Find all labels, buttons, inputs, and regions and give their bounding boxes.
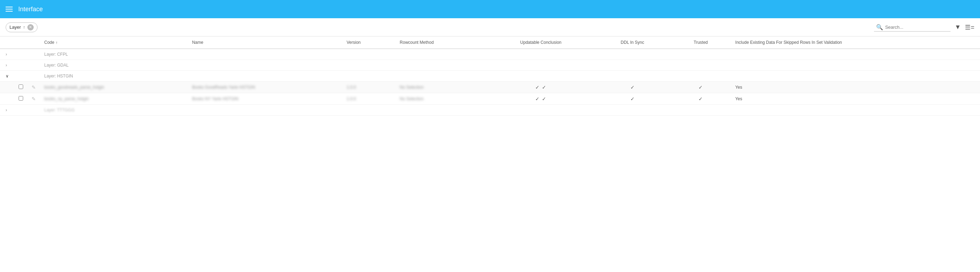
checkbox-row2[interactable] xyxy=(14,93,27,105)
expand-tttggg[interactable]: › xyxy=(0,105,14,115)
col-header-version[interactable]: Version xyxy=(342,36,396,49)
col-header-name[interactable]: Name xyxy=(188,36,342,49)
trusted-row1: ✓ xyxy=(670,82,731,93)
layer-group-tttggg: › Layer: TTTGGG xyxy=(0,105,980,115)
edit-cfpl xyxy=(27,49,40,60)
layer-label-tttggg: Layer: TTTGGG xyxy=(40,105,980,115)
toolbar-right: 🔍 ▼ ☰= xyxy=(874,23,974,32)
layer-label-gdal: Layer: GDAL xyxy=(40,60,980,71)
include-row2: Yes xyxy=(731,93,980,105)
search-icon: 🔍 xyxy=(876,24,883,30)
rowcount-row1: No Selection xyxy=(396,82,487,93)
check2a: ✓ xyxy=(535,96,539,102)
checkbox-cfpl xyxy=(14,49,27,60)
ddl-row2: ✓ xyxy=(595,93,670,105)
chip-close-button[interactable]: ✕ xyxy=(27,24,34,30)
include-row1: Yes xyxy=(731,82,980,93)
layer-group-cfpl: › Layer: CFPL xyxy=(0,49,980,60)
layer-filter-chip[interactable]: Layer ↑ ✕ xyxy=(6,22,38,32)
expand-cfpl[interactable]: › xyxy=(0,49,14,60)
name-row2: Books NY Yarle HSTGIN xyxy=(188,93,342,105)
search-box: 🔍 xyxy=(874,23,950,32)
checkbox-row1[interactable] xyxy=(14,82,27,93)
layer-group-hstgin: ∨ Layer: HSTGIN xyxy=(0,71,980,82)
chip-arrow-icon: ↑ xyxy=(23,25,25,30)
filter-icon[interactable]: ▼ xyxy=(955,24,961,31)
col-header-checkbox xyxy=(14,36,27,49)
search-input[interactable] xyxy=(885,25,948,30)
ddl-row1: ✓ xyxy=(595,82,670,93)
expand-hstgin[interactable]: ∨ xyxy=(0,71,14,82)
edit-row1[interactable]: ✎ xyxy=(27,82,40,93)
version-row1: 1.0.0 xyxy=(342,82,396,93)
table-container: Code ↑ Name Version Rowcount Method Upda… xyxy=(0,36,980,115)
expand-gdal[interactable]: › xyxy=(0,60,14,71)
table-row: ✎ books_goodreads_parse_hstgin Books Goo… xyxy=(0,82,980,93)
edit-hstgin xyxy=(27,71,40,82)
check1c: ✓ xyxy=(630,84,635,90)
code-row1: books_goodreads_parse_hstgin xyxy=(40,82,188,93)
edit-row2[interactable]: ✎ xyxy=(27,93,40,105)
table-row: ✎ books_ny_parse_hstgin Books NY Yarle H… xyxy=(0,93,980,105)
version-row2: 1.0.0 xyxy=(342,93,396,105)
columns-icon[interactable]: ☰= xyxy=(965,24,974,31)
checkbox-tttggg xyxy=(14,105,27,115)
table-header-row: Code ↑ Name Version Rowcount Method Upda… xyxy=(0,36,980,49)
col-header-edit xyxy=(27,36,40,49)
col-header-trusted[interactable]: Trusted xyxy=(670,36,731,49)
col-header-updatable[interactable]: Updatable Conclusion xyxy=(487,36,595,49)
sort-asc-icon: ↑ xyxy=(56,40,58,44)
updatable-row1: ✓ ✓ xyxy=(487,82,595,93)
col-header-ddl[interactable]: DDL In Sync xyxy=(595,36,670,49)
check2c: ✓ xyxy=(630,96,635,102)
checkbox-gdal xyxy=(14,60,27,71)
col-header-include[interactable]: Include Existing Data For Skipped Rows I… xyxy=(731,36,980,49)
app-title: Interface xyxy=(18,6,43,13)
rowcount-row2: No Selection xyxy=(396,93,487,105)
toolbar: Layer ↑ ✕ 🔍 ▼ ☰= xyxy=(0,18,980,36)
updatable-row2: ✓ ✓ xyxy=(487,93,595,105)
checkbox-hstgin xyxy=(14,71,27,82)
data-table: Code ↑ Name Version Rowcount Method Upda… xyxy=(0,36,980,115)
col-header-expand xyxy=(0,36,14,49)
trusted-row2: ✓ xyxy=(670,93,731,105)
check2b: ✓ xyxy=(542,96,546,102)
layer-label-hstgin: Layer: HSTGIN xyxy=(40,71,980,82)
layer-group-gdal: › Layer: GDAL xyxy=(0,60,980,71)
col-header-code[interactable]: Code ↑ xyxy=(40,36,188,49)
layer-label-cfpl: Layer: CFPL xyxy=(40,49,980,60)
name-row1: Books GoodReads Yarle HSTGIN xyxy=(188,82,342,93)
expand-row1 xyxy=(0,82,14,93)
chip-label: Layer xyxy=(10,25,21,30)
edit-tttggg xyxy=(27,105,40,115)
app-header: Interface xyxy=(0,0,980,18)
check2d: ✓ xyxy=(698,96,703,102)
col-header-rowcount[interactable]: Rowcount Method xyxy=(396,36,487,49)
menu-icon[interactable] xyxy=(6,7,13,11)
check1b: ✓ xyxy=(542,84,546,90)
code-row2: books_ny_parse_hstgin xyxy=(40,93,188,105)
check1d: ✓ xyxy=(698,84,703,90)
edit-gdal xyxy=(27,60,40,71)
expand-row2 xyxy=(0,93,14,105)
check1a: ✓ xyxy=(535,84,539,90)
